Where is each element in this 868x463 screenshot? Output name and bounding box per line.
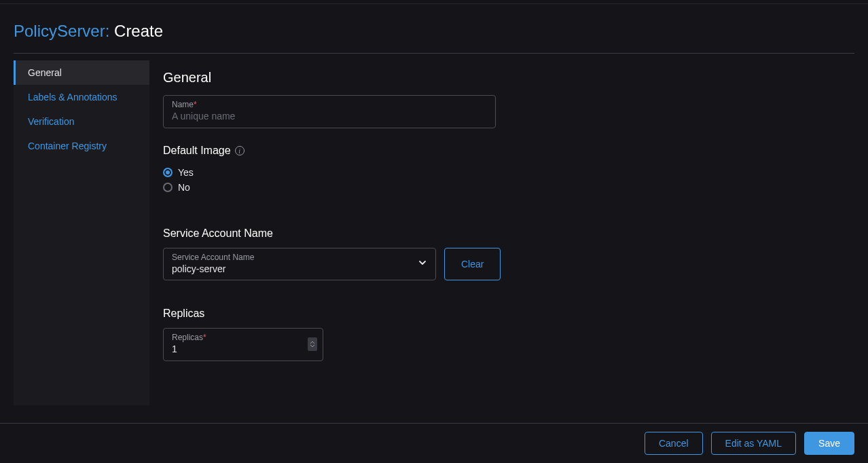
sidebar-item-labels-annotations[interactable]: Labels & Annotations [14, 85, 149, 109]
footer: Cancel Edit as YAML Save [0, 423, 868, 463]
sidebar-item-label: Labels & Annotations [28, 92, 117, 103]
sidebar-item-general[interactable]: General [14, 60, 149, 85]
clear-button[interactable]: Clear [444, 248, 501, 280]
section-title-general: General [163, 70, 841, 86]
page-title: PolicyServer: Create [14, 22, 854, 41]
radio-label: No [178, 182, 190, 193]
title-prefix: PolicyServer: [14, 22, 114, 40]
radio-label: Yes [178, 167, 194, 178]
save-button[interactable]: Save [804, 432, 854, 455]
stepper-down-icon [310, 344, 315, 348]
sidebar-item-verification[interactable]: Verification [14, 109, 149, 134]
main-panel: General Name* Default Image i Yes No [149, 60, 854, 405]
replicas-label: Replicas* [172, 333, 308, 342]
sidebar-item-label: Verification [28, 116, 74, 127]
edit-as-yaml-button[interactable]: Edit as YAML [711, 432, 797, 455]
service-account-title: Service Account Name [163, 227, 841, 240]
radio-circle-icon [163, 168, 173, 177]
sidebar-item-container-registry[interactable]: Container Registry [14, 134, 149, 158]
name-input[interactable] [172, 111, 487, 122]
sidebar: General Labels & Annotations Verificatio… [14, 60, 149, 405]
service-account-label: Service Account Name [172, 253, 427, 262]
sidebar-item-label: Container Registry [28, 141, 107, 151]
default-image-title: Default Image i [163, 145, 841, 157]
service-account-select[interactable]: Service Account Name policy-server [163, 248, 436, 280]
service-account-value: policy-server [172, 263, 427, 274]
replicas-field-container: Replicas* [163, 328, 323, 361]
replicas-stepper[interactable] [308, 337, 317, 351]
title-suffix: Create [114, 22, 163, 40]
radio-circle-icon [163, 183, 173, 192]
replicas-title: Replicas [163, 308, 841, 320]
cancel-button[interactable]: Cancel [645, 432, 703, 455]
radio-option-yes[interactable]: Yes [163, 165, 841, 180]
chevron-down-icon [418, 258, 427, 270]
name-field-container: Name* [163, 95, 496, 128]
sidebar-item-label: General [28, 67, 62, 78]
replicas-input[interactable] [172, 344, 308, 354]
info-icon[interactable]: i [235, 146, 245, 155]
radio-option-no[interactable]: No [163, 180, 841, 195]
default-image-radio-group: Yes No [163, 165, 841, 195]
page-header: PolicyServer: Create [14, 4, 854, 54]
name-field-label: Name* [172, 100, 487, 109]
